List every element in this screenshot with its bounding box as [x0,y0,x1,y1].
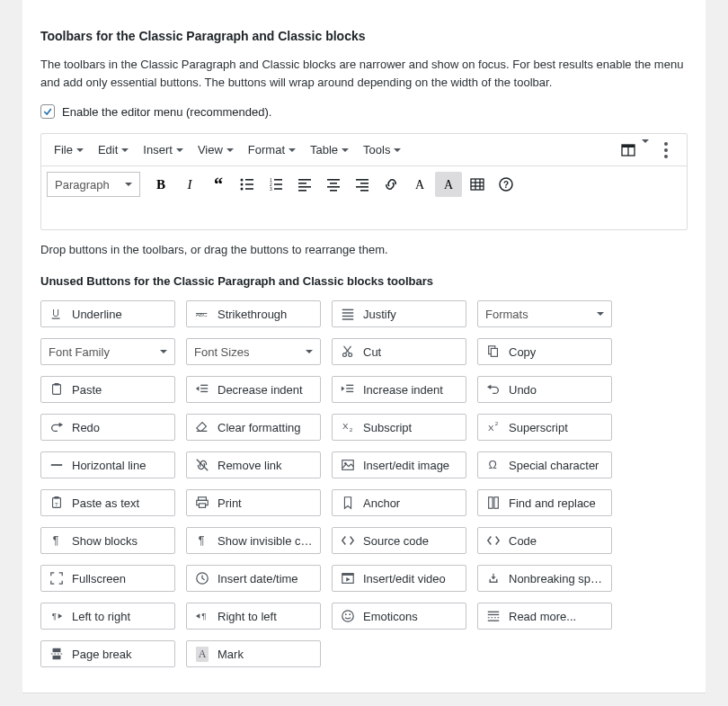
copy-icon [485,344,502,360]
unused-copy[interactable]: Copy [477,338,612,365]
unused-label: Left to right [72,610,130,623]
section-title: Toolbars for the Classic Paragraph and C… [40,29,688,43]
clock-icon [194,570,210,586]
unused-label: Underline [72,308,122,321]
unused-justify[interactable]: Justify [332,300,466,327]
unused-code[interactable]: Code [477,527,612,554]
unused-clear-fmt[interactable]: Clear formatting [186,414,321,441]
print-icon [194,495,210,511]
unused-strike[interactable]: Strikethrough [186,300,321,327]
sup-icon [485,419,502,435]
find-icon [485,495,502,511]
unused-label: Read more... [509,610,576,623]
unused-readmore[interactable]: Read more... [477,603,612,630]
unused-find[interactable]: Find and replace [477,489,612,516]
text-color-button[interactable] [406,172,433,197]
highlight-color-button[interactable] [435,172,462,197]
unused-label: Font Family [49,345,110,359]
unused-font-family[interactable]: Font Family [40,338,175,365]
unused-video[interactable]: Insert/edit video [332,565,466,592]
editor-menubar: File Edit Insert View Format Table Tools [41,134,687,166]
unused-paste-text[interactable]: Paste as text [40,489,175,516]
unused-cut[interactable]: Cut [332,338,466,365]
chevron-down-icon [306,350,313,353]
unused-label: Code [509,534,537,548]
bold-button[interactable] [147,172,174,197]
unused-subscript[interactable]: Subscript [332,414,466,441]
paste-icon [49,381,65,398]
menu-view[interactable]: View [192,139,239,160]
help-button[interactable] [493,172,519,197]
unused-indent[interactable]: Increase indent [332,376,466,403]
unused-undo[interactable]: Undo [477,376,612,403]
chevron-down-icon [394,148,401,152]
unused-heading: Unused Buttons for the Classic Paragraph… [40,274,688,288]
menu-edit[interactable]: Edit [93,139,134,160]
more-button[interactable] [653,138,679,163]
pagebreak-icon [49,646,65,662]
numbered-list-button[interactable] [262,172,289,197]
unused-mark[interactable]: AMark [186,640,321,667]
menu-format[interactable]: Format [243,139,301,160]
unused-nbsp[interactable]: Nonbreaking space [477,565,612,592]
unused-label: Special character [509,459,599,472]
menu-file[interactable]: File [49,139,89,160]
unused-redo[interactable]: Redo [40,414,175,441]
unused-print[interactable]: Print [186,489,321,516]
chevron-down-icon [76,148,84,152]
unused-image[interactable]: Insert/edit image [332,451,466,478]
unused-show-invis[interactable]: Show invisible cha… [186,527,321,554]
menu-table[interactable]: Table [305,139,354,160]
unused-label: Anchor [363,496,400,510]
menu-tools[interactable]: Tools [358,139,406,160]
align-left-button[interactable] [291,172,318,197]
link-button[interactable] [377,172,404,197]
unused-formats[interactable]: Formats [477,300,612,327]
unused-hr[interactable]: Horizontal line [40,451,175,478]
unused-char[interactable]: Special character [477,451,612,478]
unused-underline[interactable]: Underline [40,300,175,327]
ltr-icon [49,608,65,624]
unused-outdent[interactable]: Decrease indent [186,376,321,403]
unused-label: Paste [72,383,102,397]
unused-superscript[interactable]: Superscript [477,414,612,441]
unused-label: Right to left [218,610,277,623]
indent-icon [340,381,356,398]
unused-label: Find and replace [509,496,596,510]
unused-show-blocks[interactable]: Show blocks [40,527,175,554]
unused-emoticons[interactable]: Emoticons [332,603,466,630]
unused-label: Redo [72,421,100,434]
unused-label: Source code [363,534,429,548]
chevron-down-icon [342,148,349,152]
sub-icon [340,419,356,435]
editor-body[interactable] [41,202,687,229]
unused-label: Justify [363,308,396,321]
unused-source[interactable]: Source code [332,527,466,554]
align-right-button[interactable] [349,172,376,197]
unused-pagebreak[interactable]: Page break [40,640,175,667]
align-center-button[interactable] [320,172,347,197]
omega-icon [485,457,502,473]
outdent-icon [194,381,210,398]
unused-rtl[interactable]: Right to left [186,603,321,630]
editor-frame: File Edit Insert View Format Table Tools… [40,133,688,230]
unused-label: Insert date/time [218,572,298,585]
unused-datetime[interactable]: Insert date/time [186,565,321,592]
unused-anchor[interactable]: Anchor [332,489,466,516]
enable-menu-checkbox[interactable] [40,104,55,119]
unused-label: Fullscreen [72,572,126,585]
italic-button[interactable] [176,172,203,197]
unused-paste[interactable]: Paste [40,376,175,403]
format-select[interactable]: Paragraph [47,172,140,197]
blockquote-button[interactable] [205,172,232,197]
unused-label: Font Sizes [194,345,249,359]
unused-font-sizes[interactable]: Font Sizes [186,338,321,365]
template-button[interactable] [615,138,642,163]
unused-unlink[interactable]: Remove link [186,451,321,478]
table-button[interactable] [464,172,491,197]
unused-fullscreen[interactable]: Fullscreen [40,565,175,592]
unused-label: Subscript [363,421,412,434]
menu-insert[interactable]: Insert [138,139,189,160]
bullet-list-button[interactable] [234,172,261,197]
unused-ltr[interactable]: Left to right [40,603,175,630]
